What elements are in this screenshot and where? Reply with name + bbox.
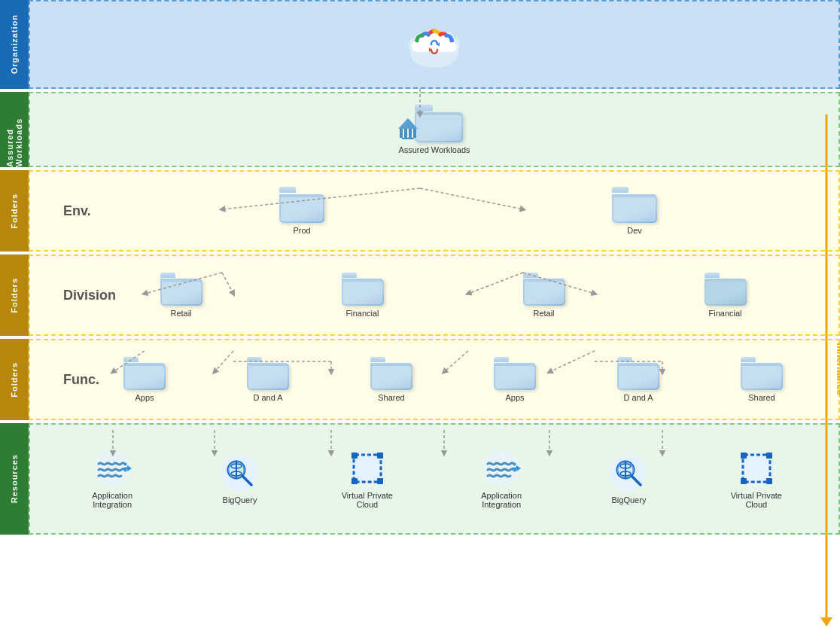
assured-workloads-row: Assured Workloads xyxy=(0,92,840,167)
func-sub-label: Func. xyxy=(63,372,99,388)
res-section-label: Resources xyxy=(10,454,19,503)
div-label: Folders xyxy=(0,255,29,336)
env-sub-label: Env. xyxy=(63,203,91,219)
org-section-label: Organization xyxy=(10,14,19,74)
financial-dev-node: Financial xyxy=(705,273,747,318)
bigquery-prod-node: BigQuery xyxy=(220,453,259,504)
retail-dev-node: Retail xyxy=(523,273,565,318)
bigquery-prod-label: BigQuery xyxy=(223,495,257,504)
assured-workloads-building-icon xyxy=(398,115,421,142)
bigquery-dev-node: BigQuery xyxy=(609,453,648,504)
app-integration-prod-label: Application Integration xyxy=(86,491,138,509)
bigquery-dev-icon xyxy=(609,453,648,492)
google-cloud-icon xyxy=(407,26,461,69)
res-content: Application Integration xyxy=(29,423,840,535)
dev-label: Dev xyxy=(627,226,642,235)
shared-prod-node: Shared xyxy=(370,357,412,402)
res-label: Resources xyxy=(0,423,29,535)
vpc-dev-label: Virtual Private Cloud xyxy=(730,491,783,509)
svg-rect-26 xyxy=(400,129,403,138)
func-row: Folders Func. Apps xyxy=(0,339,840,420)
app-integration-prod-icon xyxy=(93,449,132,488)
svg-marker-22 xyxy=(820,617,832,626)
func-label: Folders xyxy=(0,339,29,420)
financial-prod-node: Financial xyxy=(342,273,384,318)
org-node xyxy=(407,26,461,69)
svg-rect-59 xyxy=(766,453,772,459)
prod-label: Prod xyxy=(293,226,310,235)
svg-rect-29 xyxy=(413,129,416,138)
div-sub-label: Division xyxy=(63,288,116,303)
svg-rect-61 xyxy=(766,478,772,484)
da-prod-label: D and A xyxy=(253,393,282,402)
svg-rect-46 xyxy=(377,478,383,484)
retail-prod-label: Retail xyxy=(170,309,191,318)
aw-node-label: Assured Workloads xyxy=(398,145,470,154)
aw-label: Assured Workloads xyxy=(0,92,29,167)
app-integration-dev-label: Application Integration xyxy=(475,491,528,509)
retail-dev-label: Retail xyxy=(533,309,554,318)
svg-rect-44 xyxy=(377,453,383,459)
da-dev-node: D and A xyxy=(617,357,659,402)
aw-section-label: Assured Workloads xyxy=(5,92,23,167)
vpc-dev-icon xyxy=(737,449,776,488)
env-section-label: Folders xyxy=(10,194,19,229)
vpc-prod-label: Virtual Private Cloud xyxy=(341,491,394,509)
financial-dev-label: Financial xyxy=(708,309,741,318)
func-content: Func. Apps xyxy=(29,339,840,420)
prod-node: Prod xyxy=(279,187,324,235)
apps-dev-node: Apps xyxy=(494,357,536,402)
aw-node: Assured Workloads xyxy=(398,105,470,154)
func-section-label: Folders xyxy=(10,362,19,398)
apps-prod-label: Apps xyxy=(135,393,154,402)
svg-rect-45 xyxy=(352,478,358,484)
svg-rect-43 xyxy=(352,453,358,459)
bigquery-dev-label: BigQuery xyxy=(612,495,647,504)
vpc-prod-node: Virtual Private Cloud xyxy=(341,449,394,509)
svg-rect-60 xyxy=(741,478,747,484)
env-label: Folders xyxy=(0,170,29,251)
vpc-dev-node: Virtual Private Cloud xyxy=(730,449,783,509)
dev-node: Dev xyxy=(612,187,657,235)
div-content: Division Retail xyxy=(29,255,840,336)
env-row: Folders Env. Prod xyxy=(0,170,840,251)
svg-rect-27 xyxy=(404,129,407,138)
apps-prod-node: Apps xyxy=(123,357,166,402)
bigquery-prod-icon xyxy=(220,453,259,492)
da-dev-label: D and A xyxy=(623,393,653,402)
svg-rect-58 xyxy=(741,453,747,459)
app-integration-dev-node: Application Integration xyxy=(475,449,528,509)
aw-content: Assured Workloads xyxy=(29,92,840,167)
shared-prod-label: Shared xyxy=(378,393,404,402)
app-integration-dev-icon xyxy=(482,449,521,488)
app-integration-prod-node: Application Integration xyxy=(86,449,138,509)
shared-dev-label: Shared xyxy=(748,393,775,402)
financial-prod-label: Financial xyxy=(345,309,379,318)
svg-rect-28 xyxy=(409,129,412,138)
da-prod-node: D and A xyxy=(247,357,289,402)
env-content: Env. Prod xyxy=(29,170,840,251)
resources-row: Resources Appli xyxy=(0,423,840,535)
division-row: Folders Division Retail xyxy=(0,255,840,336)
div-section-label: Folders xyxy=(10,278,19,313)
org-label: Organization xyxy=(0,0,29,89)
organization-row: Organization xyxy=(0,0,840,89)
shared-dev-node: Shared xyxy=(741,357,783,402)
org-content xyxy=(29,0,840,89)
retail-prod-node: Retail xyxy=(160,273,202,318)
svg-marker-30 xyxy=(398,118,418,129)
vpc-prod-icon xyxy=(348,449,387,488)
svg-rect-31 xyxy=(402,138,414,139)
apps-dev-label: Apps xyxy=(505,393,524,402)
